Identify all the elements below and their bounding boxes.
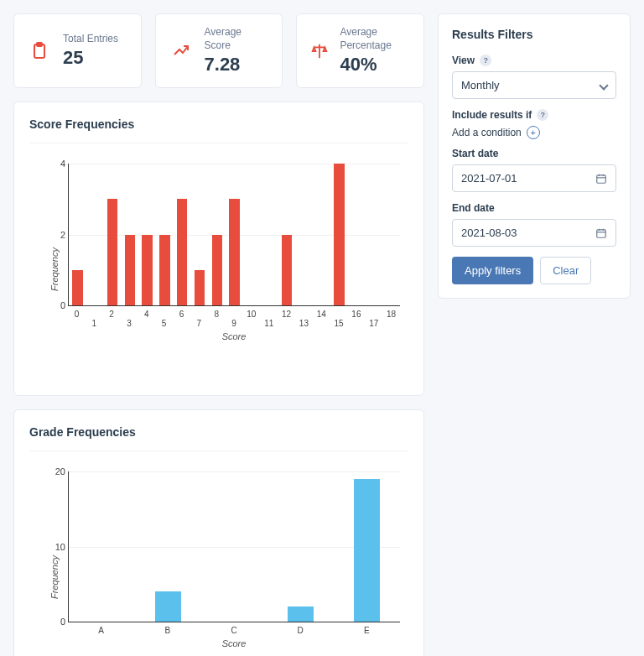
x-ticks-top: 024681012141618 [68,310,400,319]
add-condition-button[interactable]: Add a condition + [452,126,616,139]
include-label: Include results if ? [452,109,616,121]
results-filters-card: Results Filters View ? Monthly Include r… [438,13,631,299]
score-bar-chart: 024 [68,164,400,306]
stat-label: Average Percentage [340,26,412,52]
divider [29,450,408,451]
apply-filters-button[interactable]: Apply filters [452,257,533,284]
chevron-down-icon [599,81,608,90]
trend-up-icon [168,38,195,65]
stat-label: Total Entries [63,33,118,46]
end-date-input[interactable]: 2021-08-03 [452,219,616,247]
start-date-value: 2021-07-01 [461,172,517,185]
x-axis-label: Score [68,331,400,341]
help-icon[interactable]: ? [537,109,548,121]
svg-rect-8 [597,229,606,237]
calendar-icon [595,173,607,185]
end-date-label: End date [452,202,616,214]
scale-icon [309,38,330,65]
view-value: Monthly [461,79,500,91]
stat-value: 40% [340,54,412,75]
plus-icon: + [527,126,540,139]
view-select[interactable]: Monthly [452,71,616,99]
stat-value: 7.28 [205,54,271,75]
chart-title: Grade Frequencies [29,425,408,439]
y-axis-label: Frequency [49,247,60,291]
x-ticks-bottom: 1357911131517 [68,319,400,328]
clipboard-icon [26,38,53,65]
stat-avg-score: Average Score 7.28 [155,13,283,88]
start-date-input[interactable]: 2021-07-01 [452,164,616,192]
stat-label: Average Score [205,26,271,52]
stat-total-entries: Total Entries 25 [13,13,142,88]
filters-title: Results Filters [452,28,616,41]
chart-title: Score Frequencies [29,117,408,131]
divider [29,143,408,143]
stat-value: 25 [63,47,118,69]
calendar-icon [595,227,607,239]
svg-rect-4 [597,174,606,182]
y-axis-label: Frequency [49,555,60,599]
help-icon[interactable]: ? [480,55,491,66]
grade-frequencies-card: Grade Frequencies Frequency 01020 ABCDE … [13,409,424,656]
stat-avg-pct: Average Percentage 40% [296,13,424,88]
stat-row: Total Entries 25 Average Score 7.28 Av [13,13,424,88]
end-date-value: 2021-08-03 [461,226,517,239]
start-date-label: Start date [452,148,616,159]
x-axis-label: Score [68,638,400,648]
x-ticks: ABCDE [68,626,400,635]
grade-bar-chart: 01020 [68,471,400,622]
score-frequencies-card: Score Frequencies Frequency 024 02468101… [13,102,424,396]
view-label: View ? [452,55,616,66]
clear-button[interactable]: Clear [540,257,591,284]
